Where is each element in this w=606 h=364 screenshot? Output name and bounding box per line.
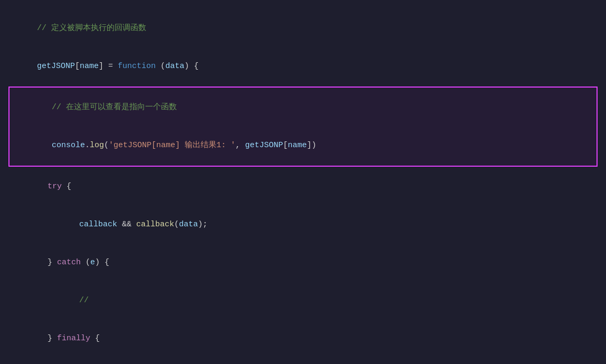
highlight-block-1: // 在这里可以查看是指向一个函数 console.log('getJSONP[… xyxy=(8,87,598,167)
line-try: try { xyxy=(0,168,606,206)
var-getjsonp: getJSONP xyxy=(37,62,75,71)
line-comment-inside: // 在这里可以查看是指向一个函数 xyxy=(14,89,592,127)
comment-text: // 定义被脚本执行的回调函数 xyxy=(37,24,146,33)
comment-point-func: // 在这里可以查看是指向一个函数 xyxy=(52,103,177,112)
line-func-def: getJSONP[name] = function (data) { xyxy=(0,47,606,85)
line-comment-empty: // xyxy=(0,282,606,320)
line-comment1: // 定义被脚本执行的回调函数 xyxy=(0,9,606,47)
line-catch: } catch (e) { xyxy=(0,244,606,282)
line-console-log-1: console.log('getJSONP[name] 输出结果1: ', ge… xyxy=(14,127,592,165)
line-callback: callback && callback(data); xyxy=(0,206,606,244)
code-container: // 定义被脚本执行的回调函数 getJSONP[name] = functio… xyxy=(0,5,606,364)
line-comment-delete: // 最后删除该函数及script标签 xyxy=(0,358,606,364)
line-finally: } finally { xyxy=(0,320,606,358)
